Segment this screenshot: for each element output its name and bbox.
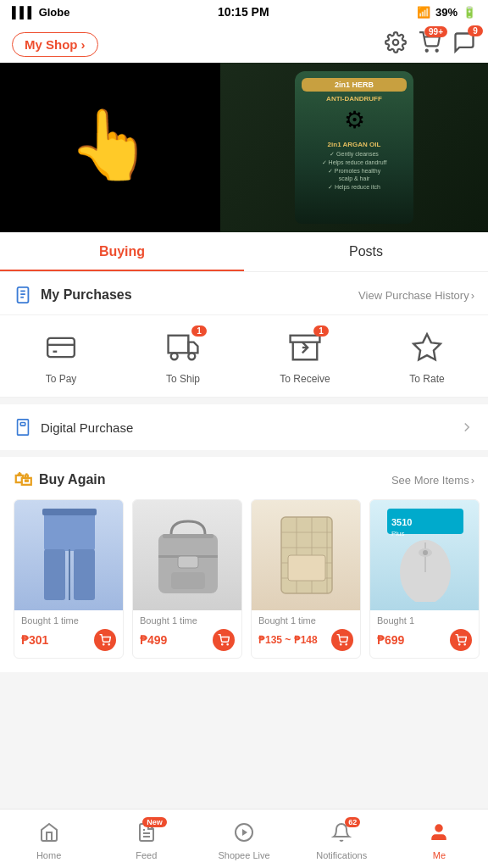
digital-left: Digital Purchase: [14, 418, 133, 437]
message-badge: 9: [468, 25, 483, 36]
product-img-mouse: 3510 Plus: [370, 500, 480, 610]
cart-icon-small-4: [455, 634, 467, 646]
svg-point-32: [222, 644, 223, 645]
settings-icon-wrapper[interactable]: [385, 31, 407, 57]
see-more-chevron: ›: [471, 474, 474, 487]
notifications-icon: 62: [331, 822, 352, 848]
price-row-mouse: ₱699: [377, 629, 472, 651]
cart-btn-case[interactable]: [331, 629, 353, 651]
case-svg: [264, 509, 349, 602]
notifications-badge: 62: [345, 817, 360, 827]
purchase-item-to-pay[interactable]: To Pay: [0, 329, 122, 385]
me-icon: [429, 822, 449, 848]
digital-purchase-row[interactable]: Digital Purchase: [0, 404, 488, 450]
to-rate-icon: [411, 331, 443, 364]
svg-rect-17: [18, 420, 29, 435]
purchases-title: My Purchases: [14, 286, 132, 304]
mouse-svg: 3510 Plus: [383, 509, 468, 602]
to-receive-icon: [289, 331, 321, 364]
product-card-case[interactable]: Bought 1 time ₱135 ~ ₱148: [251, 499, 361, 659]
price-mouse: ₱699: [377, 633, 404, 647]
svg-rect-24: [42, 509, 97, 515]
bought-times-jeans: Bought 1 time: [21, 615, 116, 626]
cart-icon-small-2: [218, 634, 230, 646]
bottle-text: ANTI-DANDRUFF: [326, 95, 382, 103]
status-bar: ▌▌▌ Globe 10:15 PM 📶 39% 🔋: [0, 0, 488, 24]
nav-label-shopee-live: Shopee Live: [218, 850, 269, 860]
product-img-jeans: [14, 500, 124, 610]
bottle-sub: ✓ Gently cleanses ✓ Helps reduce dandruf…: [322, 150, 387, 192]
nav-item-me[interactable]: Me: [391, 810, 488, 868]
purchase-item-to-ship[interactable]: 1 To Ship: [122, 329, 244, 385]
price-jeans: ₱301: [21, 633, 48, 647]
nav-label-feed: Feed: [136, 850, 157, 860]
svg-point-58: [435, 825, 442, 832]
bought-times-bag: Bought 1 time: [140, 615, 235, 626]
product-card-jeans[interactable]: Bought 1 time ₱301: [14, 499, 124, 659]
my-purchases-section: My Purchases View Purchase History › To …: [0, 272, 488, 398]
to-ship-icon-wrap: 1: [164, 329, 202, 366]
cart-btn-mouse[interactable]: [450, 629, 472, 651]
view-history-button[interactable]: View Purchase History ›: [358, 289, 474, 302]
svg-text:Plus: Plus: [391, 530, 405, 537]
bought-times-mouse: Bought 1: [377, 615, 472, 626]
cart-icon-wrapper[interactable]: 99+: [419, 31, 441, 57]
signal-icon: ▌▌▌: [12, 6, 36, 19]
products-scroll[interactable]: Bought 1 time ₱301: [0, 499, 488, 672]
tab-posts[interactable]: Posts: [244, 232, 488, 271]
product-card-bag[interactable]: Bought 1 time ₱499: [132, 499, 242, 659]
bought-times-case: Bought 1 time: [258, 615, 353, 626]
nav-item-shopee-live[interactable]: Shopee Live: [195, 810, 292, 868]
my-shop-label: My Shop: [25, 37, 78, 52]
svg-point-26: [108, 644, 109, 645]
tab-posts-label: Posts: [349, 244, 383, 259]
nav-label-home: Home: [36, 850, 61, 860]
svg-rect-22: [74, 549, 95, 600]
svg-point-53: [464, 644, 465, 645]
product-info-case: Bought 1 time ₱135 ~ ₱148: [252, 610, 360, 658]
svg-point-44: [346, 644, 347, 645]
nav-item-notifications[interactable]: 62 Notifications: [293, 810, 391, 868]
chevron-right-icon: ›: [81, 37, 86, 52]
cart-btn-bag[interactable]: [213, 629, 235, 651]
svg-point-52: [459, 644, 460, 645]
to-pay-icon-wrap: [42, 329, 80, 366]
svg-point-51: [423, 550, 428, 555]
nav-item-home[interactable]: Home: [0, 810, 97, 868]
header-icons: 99+ 9: [385, 31, 476, 58]
tab-buying[interactable]: Buying: [0, 232, 244, 271]
to-ship-label: To Ship: [166, 373, 200, 385]
product-info-jeans: Bought 1 time ₱301: [14, 610, 123, 658]
wifi-icon: 📶: [417, 6, 430, 19]
svg-rect-14: [291, 336, 320, 342]
cart-icon-small: [99, 634, 111, 646]
battery-label: 39%: [435, 6, 458, 19]
price-row-jeans: ₱301: [21, 629, 116, 651]
buy-again-label: Buy Again: [39, 472, 106, 487]
cursor-overlay: 👆: [68, 105, 152, 185]
bag-icon: 🛍: [14, 469, 32, 491]
cart-btn-jeans[interactable]: [94, 629, 116, 651]
buy-again-section: 🛍 Buy Again See More Items › Bought 1 ti…: [0, 457, 488, 672]
see-more-button[interactable]: See More Items ›: [391, 474, 474, 487]
product-bottle: 2in1 HERB ANTI-DANDRUFF ⚙ 2in1 ARGAN OIL…: [295, 71, 413, 224]
product-info-mouse: Bought 1 ₱699: [370, 610, 479, 658]
purchase-icons-row: To Pay 1 To Ship: [0, 315, 488, 398]
purchase-item-to-rate[interactable]: To Rate: [366, 329, 488, 385]
product-img-case: [252, 500, 361, 610]
to-receive-icon-wrap: 1: [286, 329, 324, 366]
to-receive-label: To Receive: [280, 373, 330, 385]
purchase-item-to-receive[interactable]: 1 To Receive: [244, 329, 366, 385]
svg-rect-21: [44, 549, 65, 600]
nav-item-feed[interactable]: New Feed: [97, 810, 195, 868]
purchases-header: My Purchases View Purchase History ›: [0, 272, 488, 315]
to-rate-icon-wrap: [408, 329, 446, 366]
to-ship-badge: 1: [191, 326, 207, 337]
settings-icon: [385, 31, 407, 53]
message-icon-wrapper[interactable]: 9: [452, 31, 476, 58]
purchases-icon: [14, 286, 32, 304]
status-time: 10:15 PM: [218, 5, 269, 19]
product-card-mouse[interactable]: 3510 Plus Bought 1 ₱699: [369, 499, 480, 659]
price-row-bag: ₱499: [140, 629, 235, 651]
my-shop-button[interactable]: My Shop ›: [12, 32, 98, 57]
